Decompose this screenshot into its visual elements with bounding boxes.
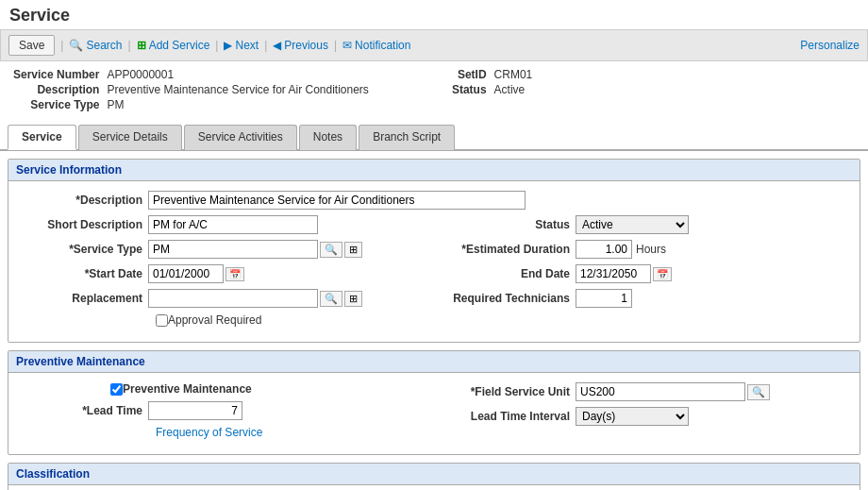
service-type-field[interactable] xyxy=(148,240,318,259)
est-duration-label: *Estimated Duration xyxy=(443,243,576,256)
description-field-label: *Description xyxy=(16,194,148,207)
replacement-detail[interactable]: ⊞ xyxy=(344,291,362,307)
tab-notes[interactable]: Notes xyxy=(299,125,357,150)
description-row: *Description xyxy=(16,191,852,210)
hours-label: Hours xyxy=(636,243,666,256)
approval-required-checkbox[interactable] xyxy=(156,314,168,327)
field-service-unit-row: *Field Service Unit 🔍 xyxy=(443,382,852,401)
lead-time-field[interactable] xyxy=(148,401,242,420)
service-type-detail[interactable]: ⊞ xyxy=(344,242,362,258)
est-duration-row: *Estimated Duration Hours xyxy=(443,240,852,259)
sep4: | xyxy=(264,39,267,52)
classification-section: Classification Agreement Warranty xyxy=(8,463,860,490)
service-information-body: *Description Short Description *Service … xyxy=(8,181,860,342)
preventive-maintenance-header: Preventive Maintenance xyxy=(8,351,860,373)
notification-icon: ✉ xyxy=(342,39,352,52)
classification-body: Agreement Warranty Select Entitlement xyxy=(8,485,860,490)
personalize-link[interactable]: Personalize xyxy=(800,39,860,52)
est-duration-field[interactable] xyxy=(576,240,632,259)
end-date-field[interactable] xyxy=(576,264,651,283)
pm-checkbox-row: Preventive Maintenance xyxy=(16,382,425,396)
short-desc-row: Short Description xyxy=(16,215,425,234)
start-date-calendar[interactable]: 📅 xyxy=(225,267,244,281)
sep3: | xyxy=(215,39,218,52)
two-col-area: Short Description *Service Type 🔍 ⊞ *Sta… xyxy=(16,215,852,332)
tab-service-activities[interactable]: Service Activities xyxy=(184,125,297,150)
service-type-lookup[interactable]: 🔍 xyxy=(320,242,342,258)
end-date-row: End Date 📅 xyxy=(443,264,852,283)
approval-row: Approval Required xyxy=(16,313,425,327)
status-row: Status Active Inactive xyxy=(443,215,852,234)
status-header-value: Active xyxy=(491,82,537,97)
replacement-label: Replacement xyxy=(16,292,148,305)
service-information-section: Service Information *Description Short D… xyxy=(8,159,860,343)
search-icon: 🔍 xyxy=(69,39,83,52)
tab-service-details[interactable]: Service Details xyxy=(78,125,182,150)
required-tech-field[interactable] xyxy=(576,289,632,308)
short-desc-field[interactable] xyxy=(148,215,318,234)
lead-time-row: *Lead Time xyxy=(16,401,425,420)
description-label: Description xyxy=(9,82,103,97)
status-select[interactable]: Active Inactive xyxy=(576,215,689,234)
content-area: Service Information *Description Short D… xyxy=(0,151,868,490)
field-service-unit-label: *Field Service Unit xyxy=(443,385,576,398)
sep2: | xyxy=(128,39,131,52)
service-number-label: Service Number xyxy=(9,67,103,82)
add-service-link[interactable]: ⊞ Add Service xyxy=(137,39,210,52)
start-date-label: *Start Date xyxy=(16,267,148,280)
description-value: Preventive Maintenance Service for Air C… xyxy=(103,82,372,97)
frequency-row: Frequency of Service xyxy=(16,426,425,439)
next-icon: ▶ xyxy=(224,39,232,52)
notification-link[interactable]: ✉ Notification xyxy=(342,39,410,52)
replacement-field[interactable] xyxy=(148,289,318,308)
next-link[interactable]: ▶ Next xyxy=(224,39,259,52)
previous-link[interactable]: ◀ Previous xyxy=(273,39,328,52)
col-right: Status Active Inactive *Estimated Durati… xyxy=(443,215,852,332)
tab-bar: Service Service Details Service Activiti… xyxy=(0,124,868,151)
service-number-value: APP0000001 xyxy=(103,67,372,82)
toolbar: Save | 🔍 Search | ⊞ Add Service | ▶ Next… xyxy=(0,29,868,61)
setid-label: SetID xyxy=(448,67,491,82)
pm-checkbox[interactable] xyxy=(110,383,123,396)
lead-time-label: *Lead Time xyxy=(16,404,148,417)
service-type-row: *Service Type 🔍 ⊞ xyxy=(16,240,425,259)
col-left: Short Description *Service Type 🔍 ⊞ *Sta… xyxy=(16,215,425,332)
status-field-label: Status xyxy=(443,218,576,231)
toolbar-left: Save | 🔍 Search | ⊞ Add Service | ▶ Next… xyxy=(8,35,410,56)
start-date-field[interactable] xyxy=(148,264,224,283)
frequency-of-service-link[interactable]: Frequency of Service xyxy=(156,426,262,439)
description-field[interactable] xyxy=(148,191,526,210)
field-service-unit-field[interactable] xyxy=(576,382,745,401)
tab-service[interactable]: Service xyxy=(8,125,76,150)
sep5: | xyxy=(334,39,337,52)
start-date-row: *Start Date 📅 xyxy=(16,264,425,283)
setid-value: CRM01 xyxy=(491,67,537,82)
end-date-label: End Date xyxy=(443,267,576,280)
lead-time-interval-label: Lead Time Interval xyxy=(443,410,576,423)
add-icon: ⊞ xyxy=(137,39,146,52)
lead-time-interval-select[interactable]: Day(s) Week(s) Month(s) xyxy=(576,407,689,426)
field-service-unit-lookup[interactable]: 🔍 xyxy=(747,384,770,400)
required-tech-row: Required Technicians xyxy=(443,289,852,308)
page-title: Service xyxy=(0,0,868,29)
service-type-label: *Service Type xyxy=(16,243,148,256)
required-tech-label: Required Technicians xyxy=(443,292,576,305)
search-link[interactable]: 🔍 Search xyxy=(69,39,122,52)
service-type-header-label: Service Type xyxy=(9,97,103,112)
save-button[interactable]: Save xyxy=(8,35,55,56)
end-date-calendar[interactable]: 📅 xyxy=(653,267,672,281)
service-information-header: Service Information xyxy=(8,160,860,181)
lead-time-interval-row: Lead Time Interval Day(s) Week(s) Month(… xyxy=(443,407,852,426)
replacement-lookup[interactable]: 🔍 xyxy=(320,291,342,307)
pm-col-left: Preventive Maintenance *Lead Time Freque… xyxy=(16,382,425,445)
pm-two-col: Preventive Maintenance *Lead Time Freque… xyxy=(16,382,852,445)
pm-label: Preventive Maintenance xyxy=(123,382,252,396)
preventive-maintenance-body: Preventive Maintenance *Lead Time Freque… xyxy=(8,373,860,454)
short-desc-label: Short Description xyxy=(16,218,148,231)
pm-col-right: *Field Service Unit 🔍 Lead Time Interval… xyxy=(443,382,852,445)
preventive-maintenance-section: Preventive Maintenance Preventive Mainte… xyxy=(8,350,860,455)
status-header-label: Status xyxy=(448,82,491,97)
sep1: | xyxy=(60,39,63,52)
service-type-header-value: PM xyxy=(103,97,372,112)
tab-branch-script[interactable]: Branch Script xyxy=(359,125,455,150)
